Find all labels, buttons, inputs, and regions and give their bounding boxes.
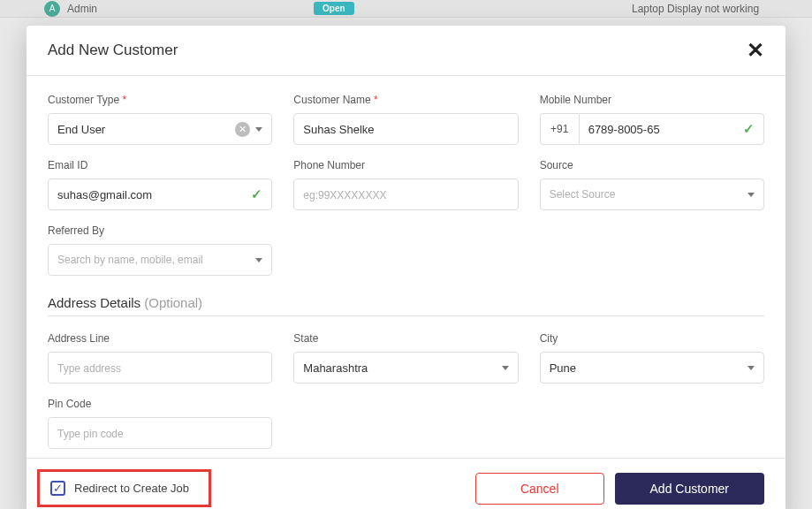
pin-input[interactable]: [48, 417, 272, 449]
country-code: +91: [540, 113, 579, 145]
address-section-title: Address Details (Optional): [48, 295, 764, 310]
close-icon[interactable]: ✕: [747, 38, 764, 63]
state-label: State: [293, 332, 518, 345]
redirect-highlight: ✓ Redirect to Create Job: [37, 469, 211, 507]
state-field: State Maharashtra: [293, 332, 518, 384]
chevron-down-icon: [747, 193, 755, 197]
pin-label: Pin Code: [48, 398, 272, 410]
customer-type-label: Customer Type *: [48, 94, 272, 106]
customer-name-text[interactable]: [303, 114, 508, 144]
mobile-label: Mobile Number: [540, 94, 764, 106]
email-input[interactable]: suhas@gmail.com ✓: [48, 179, 272, 210]
modal-title: Add New Customer: [48, 42, 178, 59]
customer-name-label: Customer Name *: [293, 94, 518, 106]
chevron-down-icon: [255, 258, 262, 262]
pin-field: Pin Code: [48, 398, 272, 449]
phone-label: Phone Number: [293, 159, 518, 171]
address-line-label: Address Line: [48, 332, 272, 345]
phone-input[interactable]: [293, 179, 518, 210]
clear-icon[interactable]: ✕: [235, 122, 250, 137]
source-label: Source: [540, 159, 764, 171]
address-line-input[interactable]: [48, 352, 272, 384]
customer-name-input[interactable]: [293, 113, 518, 145]
modal-footer: ✓ Redirect to Create Job Cancel Add Cust…: [27, 458, 785, 509]
add-customer-modal: Add New Customer ✕ Customer Type * End U…: [27, 26, 785, 509]
check-icon: ✓: [743, 121, 755, 137]
source-field: Source Select Source: [540, 159, 764, 210]
customer-type-field: Customer Type * End User ✕: [48, 94, 272, 145]
email-field: Email ID suhas@gmail.com ✓: [48, 159, 272, 210]
referred-field: Referred By Search by name, mobile, emai…: [48, 224, 272, 276]
redirect-checkbox[interactable]: ✓: [50, 481, 65, 496]
chevron-down-icon: [255, 127, 262, 132]
address-line-field: Address Line: [48, 332, 272, 384]
add-customer-button[interactable]: Add Customer: [615, 473, 764, 505]
state-select[interactable]: Maharashtra: [293, 352, 518, 384]
customer-name-field: Customer Name *: [293, 94, 518, 145]
chevron-down-icon: [502, 366, 509, 370]
modal-header: Add New Customer ✕: [27, 26, 785, 76]
city-label: City: [540, 332, 764, 345]
city-select[interactable]: Pune: [540, 352, 764, 384]
phone-text[interactable]: [303, 179, 508, 209]
modal-body: Customer Type * End User ✕ Customer Name…: [27, 76, 785, 458]
divider: [48, 315, 764, 316]
source-select[interactable]: Select Source: [540, 179, 764, 210]
email-label: Email ID: [48, 159, 272, 171]
mobile-field: Mobile Number +91 6789-8005-65 ✓: [540, 94, 764, 145]
referred-select[interactable]: Search by name, mobile, email: [48, 244, 272, 276]
referred-label: Referred By: [48, 224, 272, 237]
mobile-input[interactable]: 6789-8005-65 ✓: [579, 113, 764, 145]
phone-field: Phone Number: [293, 159, 518, 210]
customer-type-select[interactable]: End User ✕: [48, 113, 272, 145]
redirect-label: Redirect to Create Job: [74, 482, 189, 495]
city-field: City Pune: [540, 332, 764, 384]
chevron-down-icon: [747, 366, 755, 370]
check-icon: ✓: [251, 186, 262, 202]
pin-text[interactable]: [57, 418, 262, 448]
cancel-button[interactable]: Cancel: [475, 473, 604, 505]
address-line-text[interactable]: [57, 353, 262, 383]
